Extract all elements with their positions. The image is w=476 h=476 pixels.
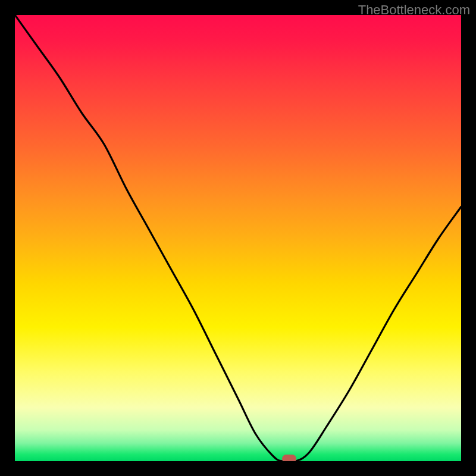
optimum-marker-icon (282, 455, 296, 461)
plot-area (15, 15, 461, 461)
chart-container: TheBottleneck.com (0, 0, 476, 476)
bottleneck-curve (15, 15, 461, 461)
watermark-text: TheBottleneck.com (358, 2, 470, 18)
